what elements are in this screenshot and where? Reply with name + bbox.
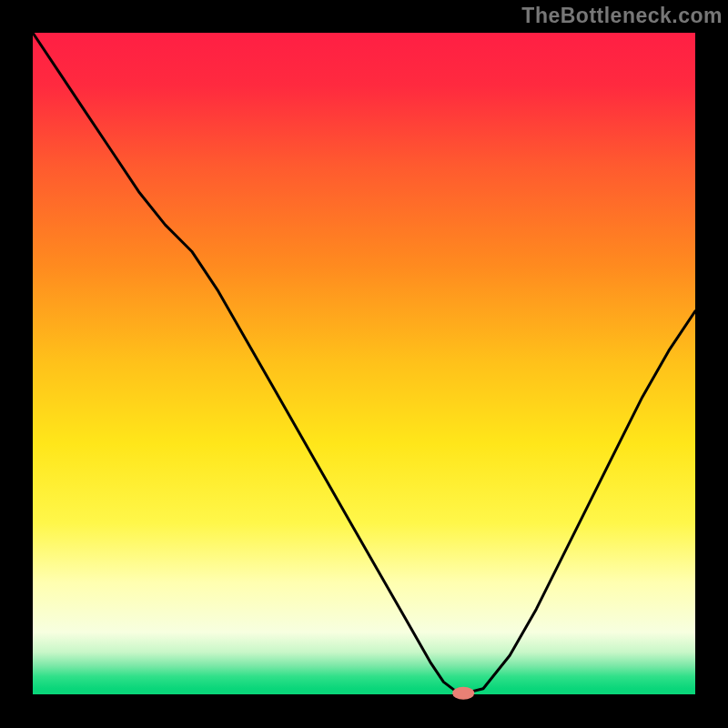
optimal-point (452, 687, 474, 700)
chart-plot-area (33, 33, 695, 695)
attribution-text: TheBottleneck.com (521, 4, 723, 28)
chart-stage: TheBottleneck.com (0, 0, 728, 728)
bottleneck-chart (0, 0, 728, 728)
